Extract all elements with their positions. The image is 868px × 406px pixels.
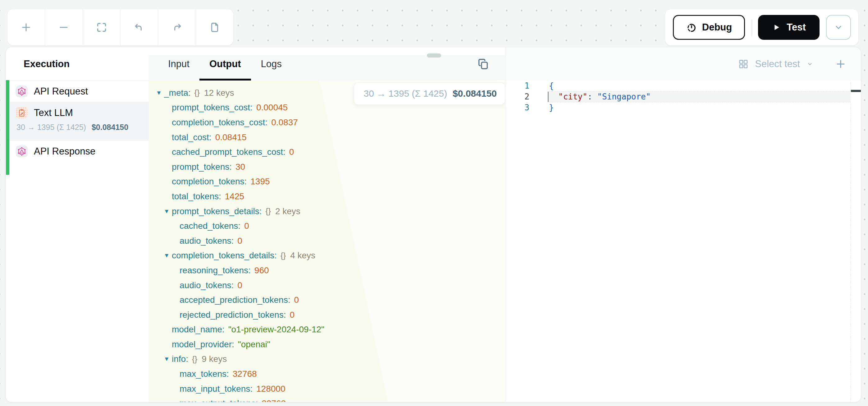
json-row-cached_tokens: ▼cached_tokens:0 <box>149 219 505 233</box>
play-icon <box>772 23 781 32</box>
test-options-button[interactable] <box>826 15 851 40</box>
node-output-panel: InputOutputLogs 30 → 1395 (Σ 1425) $0.08… <box>149 47 505 402</box>
test-button-label: Test <box>786 22 806 33</box>
zoom-out-button[interactable] <box>45 9 82 46</box>
line-content: } <box>549 102 554 113</box>
node-tokens: 30 → 1395 (Σ 1425) <box>17 123 86 132</box>
json-key: rejected_prediction_tokens: <box>180 310 286 320</box>
json-key: reasoning_tokens: <box>180 265 251 276</box>
token-brace: } <box>549 103 554 112</box>
undo-icon <box>133 22 145 33</box>
json-key-count: 4 keys <box>290 251 315 261</box>
fit-view-button[interactable] <box>83 9 120 46</box>
json-value: 0.00045 <box>256 103 288 113</box>
json-row-completion_tokens_cost: ▼completion_tokens_cost:0.0837 <box>149 115 505 130</box>
json-value: 0.08415 <box>215 133 247 142</box>
json-key: cached_prompt_tokens_cost: <box>172 147 285 157</box>
chevron-down-icon <box>834 23 843 32</box>
json-key-count: 2 keys <box>275 206 301 216</box>
debug-button[interactable]: Debug <box>673 15 745 40</box>
json-key: max_output_tokens: <box>180 399 258 402</box>
json-value: 1425 <box>225 192 244 201</box>
json-row-max_output_tokens: ▼max_output_tokens:32768 <box>149 396 505 402</box>
json-value: 0 <box>294 295 299 305</box>
line-number: 2 <box>505 91 529 102</box>
json-row-max_tokens: ▼max_tokens:32768 <box>149 367 505 381</box>
json-value: 960 <box>254 265 269 276</box>
code-line-2[interactable]: 2"city": "Singapore" <box>505 91 861 102</box>
collapse-triangle-icon[interactable]: ▼ <box>164 356 172 362</box>
json-value: 0.0837 <box>271 117 298 127</box>
tab-output[interactable]: Output <box>199 47 251 81</box>
collapse-triangle-icon[interactable]: ▼ <box>164 252 172 259</box>
timer-icon <box>686 22 697 33</box>
json-key: prompt_tokens_cost: <box>172 103 253 113</box>
json-key: completion_tokens_details: <box>172 251 277 261</box>
add-test-button[interactable] <box>834 58 847 70</box>
json-value: "o1-preview-2024-09-12" <box>228 324 324 335</box>
execution-node-text-llm[interactable]: Text LLM30 → 1395 (Σ 1425)$0.084150 <box>6 102 149 141</box>
json-value: 0 <box>289 310 294 320</box>
code-line-3[interactable]: 3} <box>505 102 861 113</box>
json-key: cached_tokens: <box>180 221 241 231</box>
editor-scrollbar <box>850 81 861 402</box>
json-tree: ▼_meta:{}12 keys▼prompt_tokens_cost:0.00… <box>149 81 505 402</box>
zoom-in-button[interactable] <box>7 9 45 46</box>
json-value: 32768 <box>261 399 286 402</box>
collapse-triangle-icon[interactable]: ▼ <box>156 90 164 96</box>
execution-node-api-response[interactable]: API Response <box>6 141 149 162</box>
panel-drag-handle[interactable] <box>427 54 441 58</box>
test-json-editor[interactable]: 1{2"city": "Singapore"3} <box>505 81 861 402</box>
json-row-model_name: ▼model_name:"o1-preview-2024-09-12" <box>149 322 505 337</box>
json-key: completion_tokens_cost: <box>172 117 268 127</box>
undo-button[interactable] <box>120 9 158 46</box>
execution-node-api-request[interactable]: API Request <box>6 81 149 102</box>
plus-icon <box>835 58 846 70</box>
redo-icon <box>171 22 183 33</box>
test-button[interactable]: Test <box>758 15 819 40</box>
tab-logs[interactable]: Logs <box>251 47 292 81</box>
json-key: audio_tokens: <box>180 281 234 290</box>
copy-icon <box>477 58 489 70</box>
json-row-max_input_tokens: ▼max_input_tokens:128000 <box>149 381 505 396</box>
test-editor-panel: Select test 1{2"city": "Singapore"3} <box>505 47 861 402</box>
execution-title-label: Execution <box>24 58 70 70</box>
copy-output-button[interactable] <box>476 58 490 70</box>
zoom-out-icon <box>58 22 70 33</box>
canvas-toolbar <box>7 9 234 46</box>
json-key: total_tokens: <box>172 192 221 201</box>
json-key: total_cost: <box>172 133 212 142</box>
line-content: "city": "Singapore" <box>548 91 651 102</box>
json-object-braces: {} <box>192 354 197 364</box>
chevron-down-icon <box>806 60 814 68</box>
fit-view-icon <box>96 22 107 33</box>
redo-button[interactable] <box>158 9 195 46</box>
json-key: model_provider: <box>172 340 234 349</box>
line-number: 1 <box>505 81 529 91</box>
tab-input[interactable]: Input <box>158 47 199 81</box>
json-value: 32768 <box>233 369 257 379</box>
json-row-cached_prompt_tokens_cost: ▼cached_prompt_tokens_cost:0 <box>149 145 505 160</box>
json-key: info: <box>172 354 188 364</box>
api-node-icon <box>17 87 26 96</box>
api-node-icon <box>16 86 28 97</box>
select-test-label: Select test <box>755 58 800 70</box>
output-json-viewer: 30 → 1395 (Σ 1425) $0.084150 ▼_meta:{}12… <box>149 81 505 402</box>
json-row-accepted_prediction_tokens: ▼accepted_prediction_tokens:0 <box>149 293 505 308</box>
output-tabbar: InputOutputLogs <box>149 47 505 81</box>
json-key: audio_tokens: <box>180 236 234 246</box>
node-label: API Request <box>34 86 88 97</box>
api-node-icon <box>17 147 26 156</box>
line-content: { <box>549 81 554 91</box>
file-button[interactable] <box>196 9 233 46</box>
code-line-1[interactable]: 1{ <box>505 81 861 91</box>
json-key-count: 9 keys <box>202 354 227 364</box>
bottom-panel: Execution API RequestText LLM30 → 1395 (… <box>6 47 861 402</box>
select-test-dropdown[interactable]: Select test <box>738 58 814 70</box>
editor-scrollbar-thumb[interactable] <box>851 90 861 92</box>
execution-panel-title: Execution <box>6 47 149 81</box>
collapse-triangle-icon[interactable]: ▼ <box>164 208 172 215</box>
execution-progress-bar <box>6 80 9 175</box>
execution-sidebar: Execution API RequestText LLM30 → 1395 (… <box>6 47 149 402</box>
json-row-prompt_tokens: ▼prompt_tokens:30 <box>149 160 505 174</box>
